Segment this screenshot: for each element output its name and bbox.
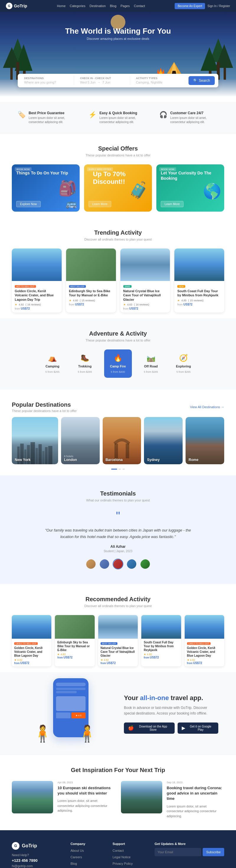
rec-img-0 xyxy=(12,615,51,639)
blog-card-1[interactable]: Sep 18, 2023 Booking travel during Coron… xyxy=(121,781,224,818)
adv-cat-campfire[interactable]: 🔥 Camp Fire 5 from $400 xyxy=(104,349,132,378)
dest-sydney[interactable]: Sydney xyxy=(144,417,182,464)
dest-dot-1[interactable] xyxy=(119,469,121,470)
blog-content-1: Sep 18, 2023 Booking travel during Coron… xyxy=(167,781,224,818)
rec-card-4[interactable]: LIKELY TO SELL OUT Golden Circle, Kerið … xyxy=(185,615,224,666)
offer-1-btn[interactable]: Learn More xyxy=(89,201,111,207)
become-expert-button[interactable]: Become An Expert xyxy=(175,3,205,9)
blog-title-0: 10 European ski destinations you should … xyxy=(58,785,115,796)
view-all-destinations[interactable]: View All Destinations → xyxy=(190,405,224,409)
blog-date-1: Sep 18, 2023 xyxy=(167,781,224,784)
rec-card-2[interactable]: BEST SELLER Natural Crystal Blue Ice Cav… xyxy=(98,615,138,666)
svg-rect-18 xyxy=(24,450,26,464)
google-play-button[interactable]: ▶ Get it on Google Play xyxy=(178,722,218,734)
svg-rect-23 xyxy=(42,451,44,464)
newsletter-subscribe-btn[interactable]: Subscribe xyxy=(203,848,224,856)
rec-card-0[interactable]: LIKELY TO SELL OUT Golden Circle, Kerið … xyxy=(12,615,51,666)
hero-subtitle: Discover amazing places at exclusive dea… xyxy=(87,37,149,40)
recommended-title: Recommended Activity xyxy=(12,596,224,603)
dest-dot-active[interactable] xyxy=(111,469,117,470)
dest-new-york[interactable]: New York xyxy=(12,417,58,464)
nav-home[interactable]: Home xyxy=(57,4,66,8)
avatar-3[interactable] xyxy=(126,559,137,569)
dest-rome[interactable]: Rome xyxy=(186,417,224,464)
svg-rect-25 xyxy=(48,446,52,464)
feature-1-desc: Lorem ipsum dolor sit amet, consectetur … xyxy=(99,116,147,124)
avatar-1[interactable] xyxy=(99,559,110,569)
footer-phone-label: Need Help? xyxy=(12,853,62,857)
nav-blog[interactable]: Blog xyxy=(110,4,116,8)
trending-title-0: Golden Circle, Kerið Volcanic Crater, an… xyxy=(15,289,59,302)
dest-barcelona[interactable]: Barcelona xyxy=(103,417,141,464)
activity-input[interactable] xyxy=(136,81,182,84)
checkin-input[interactable] xyxy=(80,81,127,84)
trending-card-3[interactable]: NEW South Coast Full Day Tour by Minibus… xyxy=(174,249,224,313)
adventure-categories: ⛺ Camping 5 from $265 🥾 Trekking 5 from … xyxy=(12,349,224,378)
dest-0-name: New York xyxy=(15,458,31,462)
testimonial-quote: "Our family was traveling via bullet tra… xyxy=(44,527,192,540)
rec-card-3[interactable]: South Coast Full Day Tour by Minibus fro… xyxy=(141,615,181,666)
adv-cat-camping[interactable]: ⛺ Camping 5 from $265 xyxy=(39,349,66,378)
nav-categories[interactable]: Categories xyxy=(70,4,85,8)
rec-price-3: from US$72 xyxy=(144,656,178,659)
dest-dot-2[interactable] xyxy=(123,469,125,470)
search-icon: 🔍 xyxy=(193,79,198,83)
booking-icon: ⚡ xyxy=(89,111,97,119)
adv-cat-exploring[interactable]: 🧭 Exploring 5 from $265 xyxy=(170,349,197,378)
offer-card-0[interactable]: BOOK NOW Things To Do On Your Trip 🎒 🚌 E… xyxy=(12,164,80,212)
footer-email: hi@gotrip.com xyxy=(12,864,62,868)
app-store-button[interactable]: 🍎 Download on the App Store xyxy=(124,722,175,734)
rec-title-0: Golden Circle, Kerið Volcanic Crater, an… xyxy=(14,646,49,657)
nav-destination[interactable]: Destination xyxy=(90,4,106,8)
footer-link-privacy[interactable]: Privacy Policy xyxy=(112,862,132,865)
hero-trees-right xyxy=(201,38,236,80)
avatar-0[interactable] xyxy=(86,559,96,569)
nav-pages[interactable]: Pages xyxy=(121,4,130,8)
newsletter-email-input[interactable] xyxy=(155,848,201,856)
trending-card-2[interactable]: SAVE Natural Crystal Blue Ice Cave Tour … xyxy=(121,249,170,313)
rec-rating-0: ★ 4.82 xyxy=(14,658,49,661)
footer-link-careers[interactable]: Careers xyxy=(70,855,82,859)
offroad-icon: 🛤️ xyxy=(146,354,156,362)
blog-date-0: Apr 08, 2023 xyxy=(58,781,115,784)
footer-link-legal[interactable]: Legal Notice xyxy=(112,855,130,859)
logo[interactable]: G GoTrip xyxy=(6,3,27,9)
trekking-sub: 5 from $265 xyxy=(78,370,92,373)
offer-2-btn[interactable]: Learn More xyxy=(161,201,183,207)
view-all-label: View All Destinations xyxy=(190,405,220,409)
rec-price-1: from US$72 xyxy=(57,656,92,659)
search-button[interactable]: 🔍 Search xyxy=(189,76,215,85)
footer-link-contact[interactable]: Contact xyxy=(112,849,124,852)
avatar-4[interactable] xyxy=(140,559,150,569)
blog-card-0[interactable]: Apr 08, 2023 10 European ski destination… xyxy=(12,781,115,818)
trending-card-1[interactable]: BEST SELLER Edinburgh Sky to Sea Bike To… xyxy=(66,249,116,313)
rec-title-1: Edinburgh Sky to Sea Bike Tour by Manual… xyxy=(57,641,92,652)
dest-title: Popular Destinations xyxy=(12,401,77,408)
nav-contact[interactable]: Contact xyxy=(134,4,145,8)
rec-title-4: Golden Circle, Kerið Volcanic Crater, an… xyxy=(187,646,222,657)
footer-link-blog[interactable]: Blog xyxy=(70,862,77,865)
trending-card-0[interactable]: HOT TO SELL OUT Golden Circle, Kerið Vol… xyxy=(12,249,62,313)
testimonials-title: Testimonials xyxy=(12,490,224,497)
avatar-2[interactable] xyxy=(113,559,123,569)
footer-support-links: Contact Legal Notice Privacy Policy Term… xyxy=(112,848,146,868)
offer-0-btn[interactable]: Explore Now xyxy=(16,201,41,207)
destination-input[interactable] xyxy=(24,81,71,84)
dest-london[interactable]: London 8 hotels xyxy=(61,417,100,464)
testimonial-author: Ali Azhar xyxy=(12,545,224,549)
special-offers-subtitle: These popular destinations have a lot to… xyxy=(12,153,224,157)
blog-grid: Apr 08, 2023 10 European ski destination… xyxy=(12,781,224,818)
adv-cat-offroad[interactable]: 🛤️ Off Road 5 from $265 xyxy=(138,349,164,378)
footer-company-title: Company xyxy=(70,842,104,845)
signin-button[interactable]: Sign In / Register xyxy=(207,4,230,8)
footer-link-about[interactable]: About Us xyxy=(70,849,84,852)
feature-2: 🎧 Customer Care 24/7 Lorem ipsum dolor s… xyxy=(159,111,218,124)
adv-cat-trekking[interactable]: 🥾 Trekking 5 from $265 xyxy=(72,349,98,378)
testimonial-avatars xyxy=(12,559,224,569)
offer-card-1[interactable]: EARLY BIRD OFFER Up To 70% Discount!! 🧳 … xyxy=(84,164,152,212)
offers-grid: BOOK NOW Things To Do On Your Trip 🎒 🚌 E… xyxy=(12,164,224,212)
footer-phone: +123 456 7890 xyxy=(12,858,62,863)
rec-card-1[interactable]: Edinburgh Sky to Sea Bike Tour by Manual… xyxy=(55,615,94,666)
offer-card-2[interactable]: BOOK NOW Let Your Curiosity Do The Booki… xyxy=(156,164,224,212)
dest-2-name: Barcelona xyxy=(106,458,123,462)
